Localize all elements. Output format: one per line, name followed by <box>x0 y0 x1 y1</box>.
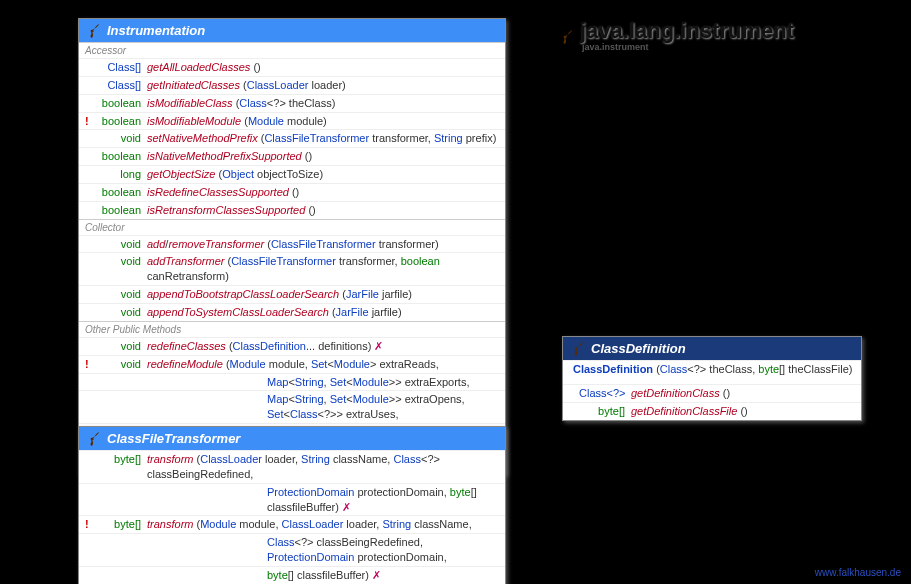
flag <box>85 60 95 75</box>
method-row: byte[]getDefinitionClassFile () <box>563 402 861 420</box>
method-row: booleanisRetransformClassesSupported () <box>79 201 505 219</box>
flag: ! <box>85 357 95 372</box>
signature: isNativeMethodPrefixSupported () <box>147 149 499 164</box>
signature: Class<?> classBeingRedefined, Protection… <box>147 535 499 565</box>
panel-title: ClassFileTransformer <box>107 431 240 446</box>
method-row: !byte[]transform (Module module, ClassLo… <box>79 515 505 533</box>
flag <box>85 287 95 302</box>
signature: transform (ClassLoader loader, String cl… <box>147 452 499 482</box>
signature: redefineModule (Module module, Set<Modul… <box>147 357 499 372</box>
signature: isModifiableClass (Class<?> theClass) <box>147 96 499 111</box>
method-row: booleanisRedefineClassesSupported () <box>79 183 505 201</box>
section-label: Collector <box>79 219 505 235</box>
flag: ! <box>85 114 95 129</box>
signature: getDefinitionClassFile () <box>631 404 855 419</box>
return-type: void <box>95 287 147 302</box>
flag <box>85 203 95 218</box>
return-type <box>95 568 147 583</box>
signature: add/removeTransformer (ClassFileTransfor… <box>147 237 499 252</box>
signature: getDefinitionClass () <box>631 386 855 401</box>
footer-link[interactable]: www.falkhausen.de <box>815 567 901 578</box>
section-label: Other Public Methods <box>79 321 505 337</box>
signature: ClassDefinition (Class<?> theClass, byte… <box>569 362 855 377</box>
package-title: java.lang.instrument java.instrument <box>560 18 890 52</box>
return-type: Class[] <box>95 78 147 93</box>
method-row: byte[] classfileBuffer) ✗ <box>79 566 505 584</box>
return-type: long <box>95 167 147 182</box>
return-type: boolean <box>95 203 147 218</box>
method-row: Map<String, Set<Module>> extraExports, <box>79 373 505 391</box>
method-row: Class<?> classBeingRedefined, Protection… <box>79 533 505 566</box>
flag <box>85 237 95 252</box>
panel-body-cft: byte[]transform (ClassLoader loader, Str… <box>79 450 505 584</box>
return-type <box>95 485 147 515</box>
panel-instrumentation: Instrumentation AccessorClass[]getAllLoa… <box>78 18 506 475</box>
violin-icon <box>87 432 101 446</box>
flag <box>85 452 95 482</box>
panel-header: Instrumentation <box>79 19 505 42</box>
signature: ProtectionDomain protectionDomain, byte[… <box>147 485 499 515</box>
signature: getAllLoadedClasses () <box>147 60 499 75</box>
return-type: boolean <box>95 114 147 129</box>
return-type <box>95 535 147 565</box>
return-type <box>95 392 147 422</box>
signature: appendToBootstrapClassLoaderSearch (JarF… <box>147 287 499 302</box>
panel-classfiletransformer: ClassFileTransformer byte[]transform (Cl… <box>78 426 506 584</box>
return-type: boolean <box>95 149 147 164</box>
signature: setNativeMethodPrefix (ClassFileTransfor… <box>147 131 499 146</box>
method-row: Class[]getAllLoadedClasses () <box>79 58 505 76</box>
violin-icon <box>87 24 101 38</box>
flag <box>85 305 95 320</box>
return-type: void <box>95 305 147 320</box>
signature: getInitiatedClasses (ClassLoader loader) <box>147 78 499 93</box>
flag <box>85 568 95 583</box>
title-text: java.lang.instrument <box>580 18 794 44</box>
signature: appendToSystemClassLoaderSearch (JarFile… <box>147 305 499 320</box>
flag <box>85 392 95 422</box>
violin-icon <box>560 24 574 38</box>
method-row: !voidredefineModule (Module module, Set<… <box>79 355 505 373</box>
return-type: void <box>95 339 147 354</box>
method-row: voidadd/removeTransformer (ClassFileTran… <box>79 235 505 253</box>
signature: byte[] classfileBuffer) ✗ <box>147 568 499 583</box>
flag: ! <box>85 517 95 532</box>
method-row: voidredefineClasses (ClassDefinition... … <box>79 337 505 355</box>
flag <box>85 485 95 515</box>
method-row: voidappendToBootstrapClassLoaderSearch (… <box>79 285 505 303</box>
return-type <box>95 375 147 390</box>
flag <box>85 254 95 284</box>
return-type: boolean <box>95 185 147 200</box>
panel-body-cdef: ClassDefinition (Class<?> theClass, byte… <box>563 360 861 420</box>
method-row: Map<String, Set<Module>> extraOpens, Set… <box>79 390 505 423</box>
method-row: voidsetNativeMethodPrefix (ClassFileTran… <box>79 129 505 147</box>
panel-title: Instrumentation <box>107 23 205 38</box>
return-type: void <box>95 357 147 372</box>
flag <box>85 375 95 390</box>
method-row: byte[]transform (ClassLoader loader, Str… <box>79 450 505 483</box>
signature: getObjectSize (Object objectToSize) <box>147 167 499 182</box>
section-label: Accessor <box>79 42 505 58</box>
flag <box>85 185 95 200</box>
return-type: byte[] <box>95 517 147 532</box>
return-type: Class[] <box>95 60 147 75</box>
signature: Map<String, Set<Module>> extraExports, <box>147 375 499 390</box>
return-type: Class<?> <box>579 386 631 401</box>
method-row: Class[]getInitiatedClasses (ClassLoader … <box>79 76 505 94</box>
signature: isRedefineClassesSupported () <box>147 185 499 200</box>
flag <box>85 96 95 111</box>
panel-body-instr: AccessorClass[]getAllLoadedClasses ()Cla… <box>79 42 505 474</box>
constructor-row: ClassDefinition (Class<?> theClass, byte… <box>563 360 861 378</box>
return-type: void <box>95 237 147 252</box>
method-row: !booleanisModifiableModule (Module modul… <box>79 112 505 130</box>
flag <box>85 535 95 565</box>
signature: isRetransformClassesSupported () <box>147 203 499 218</box>
flag <box>85 149 95 164</box>
signature: Map<String, Set<Module>> extraOpens, Set… <box>147 392 499 422</box>
panel-title: ClassDefinition <box>591 341 686 356</box>
return-type: void <box>95 131 147 146</box>
flag <box>85 131 95 146</box>
method-row: voidaddTransformer (ClassFileTransformer… <box>79 252 505 285</box>
flag <box>85 78 95 93</box>
signature: isModifiableModule (Module module) <box>147 114 499 129</box>
flag <box>85 167 95 182</box>
